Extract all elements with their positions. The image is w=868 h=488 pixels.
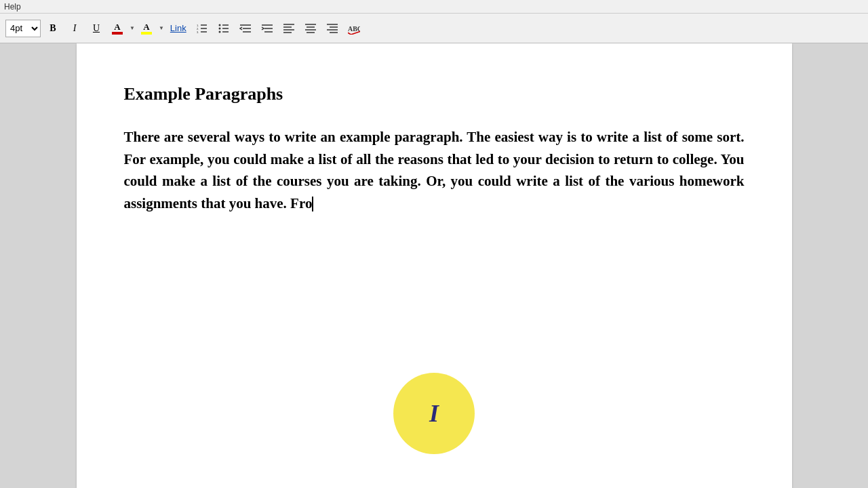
cursor-indicator: I [393,373,475,454]
toolbar: 4pt 8pt 10pt 12pt 14pt B I U A ▼ A ▼ Lin… [0,14,868,43]
underline-button[interactable]: U [87,19,106,38]
bold-button[interactable]: B [43,19,62,38]
ordered-list-button[interactable]: 1. 2. 3. [193,19,212,38]
paragraph-text: There are several ways to write an examp… [124,129,745,211]
highlight-color-bar [141,32,152,35]
menu-bar: Help [0,0,868,14]
spellcheck-button[interactable]: ABC [344,19,363,38]
svg-point-8 [218,30,220,33]
spellcheck-icon: ABC [348,22,360,35]
highlight-color-dropdown-arrow[interactable]: ▼ [159,25,164,31]
ordered-list-icon: 1. 2. 3. [196,22,208,35]
svg-text:3.: 3. [197,30,199,33]
svg-point-7 [218,27,220,29]
unordered-list-icon [218,22,230,35]
document-title: Example Paragraphs [124,84,745,104]
document-body[interactable]: There are several ways to write an examp… [124,126,745,214]
align-right-icon [326,22,338,35]
text-cursor [312,197,313,211]
font-size-select[interactable]: 4pt 8pt 10pt 12pt 14pt [5,20,41,37]
align-left-icon [283,22,295,35]
align-right-button[interactable] [323,19,342,38]
font-color-dropdown-arrow[interactable]: ▼ [130,25,135,31]
increase-indent-icon [261,22,273,35]
highlight-color-button[interactable]: A [138,20,155,37]
svg-text:ABC: ABC [348,24,360,32]
document-area: Example Paragraphs There are several way… [0,43,868,488]
align-left-button[interactable] [279,19,298,38]
italic-button[interactable]: I [65,19,84,38]
decrease-indent-button[interactable] [236,19,255,38]
document-page: Example Paragraphs There are several way… [77,43,792,488]
font-color-button[interactable]: A [108,20,126,37]
help-menu[interactable]: Help [4,2,21,12]
align-center-button[interactable] [301,19,320,38]
link-button[interactable]: Link [167,19,190,38]
decrease-indent-icon [239,22,252,35]
align-center-icon [304,22,317,35]
cursor-i-beam-icon: I [429,399,439,428]
svg-point-6 [218,24,220,26]
unordered-list-button[interactable] [214,19,233,38]
increase-indent-button[interactable] [258,19,277,38]
font-color-bar [112,32,123,35]
